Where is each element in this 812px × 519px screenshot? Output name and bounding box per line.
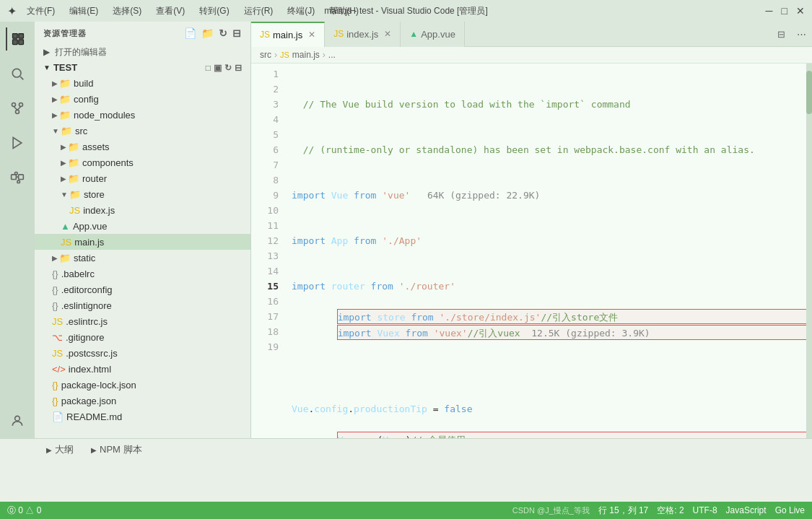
svg-point-6	[12, 103, 16, 107]
sidebar-item[interactable]: ▶ 📁 config	[35, 91, 250, 107]
statusbar-language[interactable]: JavaScript	[726, 505, 767, 515]
tab-more-icon[interactable]: ⋯	[791, 29, 812, 40]
titlebar-title: main.js - test - Visual Studio Code [管理员…	[324, 5, 488, 17]
tab-mainjs-close[interactable]: ✕	[308, 30, 315, 40]
minimize-button[interactable]: ─	[766, 5, 773, 17]
menu-goto[interactable]: 转到(G)	[195, 4, 233, 19]
sidebar-item-store[interactable]: ▼ 📁 store	[35, 186, 250, 202]
activity-debug[interactable]	[6, 131, 29, 154]
statusbar-space[interactable]: 空格: 2	[657, 505, 684, 517]
sidebar-item[interactable]: ▶ 📁 node_modules	[35, 107, 250, 123]
menu-view[interactable]: 查看(V)	[152, 4, 189, 19]
code-editor[interactable]: 1 2 3 4 5 6 7 8 9 10 11 12 13 14 15 16 1…	[251, 64, 812, 438]
svg-point-8	[16, 110, 19, 114]
sidebar-item[interactable]: ▶ 📁 build	[35, 75, 250, 91]
sidebar-item[interactable]: {} .editorconfig	[35, 282, 250, 297]
statusbar-errors[interactable]: ⓪ 0 △ 0	[7, 505, 41, 517]
open-editors-label[interactable]: 打开的编辑器	[55, 47, 107, 57]
sidebar-item[interactable]: ⌥ .gitignore	[35, 329, 250, 345]
sidebar-item[interactable]: ▶ 📁 assets	[35, 139, 250, 154]
maximize-button[interactable]: □	[782, 5, 787, 17]
root-collapse-icon[interactable]: ⊟	[235, 63, 242, 73]
activity-account[interactable]	[6, 409, 29, 432]
refresh-icon[interactable]: ↻	[219, 27, 228, 39]
code-line-5: import router from './router'	[292, 279, 806, 294]
tab-layout-icon[interactable]: ⊟	[772, 29, 791, 40]
root-label: TEST	[53, 62, 77, 73]
scrollbar-track[interactable]	[806, 64, 812, 438]
svg-point-17	[15, 416, 20, 421]
npm-panel-item[interactable]: ▶ NPM 脚本	[88, 442, 145, 458]
sidebar: 资源管理器 📄 📁 ↻ ⊟ ▶ 打开的编辑器 ▼ TEST □ ▣ ↻ ⊟	[35, 22, 251, 438]
activity-git[interactable]	[6, 97, 29, 120]
editor-area: JS main.js ✕ JS index.js ✕ ▲ App.vue ⊟ ⋯…	[251, 22, 812, 438]
svg-marker-11	[13, 138, 22, 149]
bottom-panel-header: ▶ 大纲 ▶ NPM 脚本	[0, 439, 812, 458]
collapse-icon[interactable]: ⊟	[232, 27, 242, 39]
menu-file[interactable]: 文件(F)	[22, 4, 59, 19]
bottom-panel: ▶ 大纲 ▶ NPM 脚本	[0, 438, 812, 502]
titlebar-left: ✦ 文件(F) 编辑(E) 选择(S) 查看(V) 转到(G) 运行(R) 终端…	[7, 4, 363, 19]
scrollbar-thumb[interactable]	[806, 71, 812, 114]
svg-rect-15	[15, 173, 17, 175]
sidebar-item[interactable]: {} .babelrc	[35, 266, 250, 282]
tab-indexjs-icon: JS	[333, 29, 344, 39]
sidebar-item[interactable]: JS .postcssrc.js	[35, 345, 250, 361]
main-area: 资源管理器 📄 📁 ↻ ⊟ ▶ 打开的编辑器 ▼ TEST □ ▣ ↻ ⊟	[0, 22, 812, 438]
sidebar-item-appvue[interactable]: ▲ App.vue	[35, 218, 250, 234]
new-folder-icon[interactable]: 📁	[201, 27, 214, 39]
breadcrumb-file[interactable]: main.js	[292, 50, 320, 60]
root-new-file-icon[interactable]: □	[206, 63, 211, 73]
sidebar-header-icons: 📄 📁 ↻ ⊟	[184, 27, 242, 39]
sidebar-item[interactable]: JS .eslintrc.js	[35, 313, 250, 329]
sidebar-header: 资源管理器 📄 📁 ↻ ⊟	[35, 22, 250, 45]
tab-mainjs[interactable]: JS main.js ✕	[251, 22, 325, 47]
npm-arrow: ▶	[91, 446, 97, 454]
activity-search[interactable]	[6, 62, 29, 85]
breadcrumb-js-icon: JS	[280, 51, 289, 59]
sidebar-item[interactable]: 📄 README.md	[35, 409, 250, 424]
outline-arrow: ▶	[46, 446, 52, 454]
sidebar-item[interactable]: {} .eslintignore	[35, 297, 250, 313]
sidebar-item-mainjs[interactable]: JS main.js	[35, 234, 250, 250]
code-line-1: // The Vue build version to load with th…	[292, 97, 806, 112]
close-button[interactable]: ✕	[796, 5, 805, 17]
sidebar-item[interactable]: {} package.json	[35, 393, 250, 409]
activity-explorer[interactable]	[6, 27, 29, 51]
breadcrumb-more[interactable]: ...	[328, 50, 336, 60]
breadcrumb-src[interactable]: src	[260, 50, 271, 60]
new-file-icon[interactable]: 📄	[184, 27, 197, 39]
activity-extensions[interactable]	[6, 166, 29, 189]
code-line-2: // (runtime-only or standalone) has been…	[292, 142, 806, 157]
menu-terminal[interactable]: 终端(J)	[283, 4, 319, 19]
statusbar-encoding[interactable]: UTF-8	[693, 505, 717, 515]
menu-select[interactable]: 选择(S)	[108, 4, 146, 19]
statusbar-line[interactable]: 行 15，列 17	[598, 505, 648, 517]
tab-indexjs-label: index.js	[346, 29, 378, 40]
root-refresh-icon[interactable]: ↻	[224, 63, 232, 73]
sidebar-item[interactable]: ▶ 📁 components	[35, 154, 250, 170]
titlebar-controls: ─ □ ✕	[766, 5, 805, 17]
sidebar-item-indexjs[interactable]: JS index.js	[35, 202, 250, 218]
sidebar-item[interactable]: ▶ 📁 static	[35, 250, 250, 266]
tab-indexjs[interactable]: JS index.js ✕	[325, 22, 401, 47]
open-editors-arrow[interactable]: ▶	[43, 47, 50, 57]
open-editors-section: ▶ 打开的编辑器	[35, 45, 250, 60]
tab-appvue[interactable]: ▲ App.vue	[401, 22, 465, 47]
breadcrumb: src › JS main.js › ...	[251, 47, 812, 64]
tab-indexjs-close[interactable]: ✕	[384, 29, 391, 39]
root-new-folder-icon[interactable]: ▣	[214, 63, 222, 73]
tab-appvue-icon: ▲	[409, 29, 418, 39]
menu-run[interactable]: 运行(R)	[240, 4, 278, 19]
sidebar-item-router[interactable]: ▶ 📁 router	[35, 170, 250, 186]
sidebar-item[interactable]: {} package-lock.json	[35, 377, 250, 393]
sidebar-item-src[interactable]: ▼ 📁 src	[35, 123, 250, 139]
svg-point-7	[19, 103, 23, 107]
statusbar-golive[interactable]: Go Live	[775, 505, 805, 515]
svg-rect-12	[12, 175, 17, 180]
root-folder[interactable]: ▼ TEST □ ▣ ↻ ⊟	[35, 60, 250, 75]
outline-panel-item[interactable]: ▶ 大纲	[43, 442, 77, 458]
code-content[interactable]: // The Vue build version to load with th…	[286, 64, 806, 438]
menu-edit[interactable]: 编辑(E)	[65, 4, 102, 19]
sidebar-item[interactable]: </> index.html	[35, 361, 250, 377]
